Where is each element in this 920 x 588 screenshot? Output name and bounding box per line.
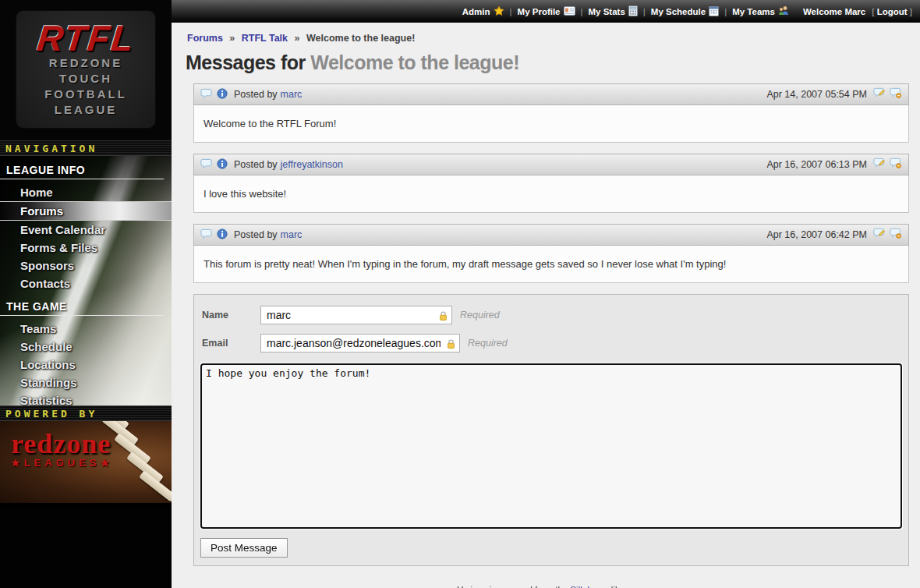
comment-edit-icon[interactable] [873,87,886,101]
welcome-user-label: Welcome Marc [803,7,865,16]
breadcrumb-forums-link[interactable]: Forums [187,33,223,44]
comment-delete-icon[interactable] [890,158,902,172]
comment-delete-icon[interactable] [890,228,902,242]
message-header-right: Apr 14, 2007 05:54 PM [766,87,902,101]
comment-icon[interactable] [200,88,212,101]
message-header-right: Apr 16, 2007 06:42 PM [766,228,902,242]
logo-line: LEAGUE [44,102,127,118]
page-title: Messages for Welcome to the league! [186,48,909,83]
main-area: Admin | My Profile | My Stats | My Sched… [172,0,920,588]
message-body: This forum is pretty neat! When I'm typi… [193,246,909,283]
post-message-button[interactable]: Post Message [200,538,288,558]
rtfl-logo-lines: REDZONE TOUCH FOOTBALL LEAGUE [44,55,127,118]
sidebar-item-standings[interactable]: Standings [0,374,172,391]
breadcrumb-separator: » [229,33,235,44]
author-link[interactable]: jeffreyatkinson [281,159,343,170]
email-input-wrap [260,334,460,352]
message-header: Posted by marc Apr 14, 2007 05:54 PM [193,83,909,105]
message-header: Posted by jeffreyatkinson Apr 16, 2007 0… [193,154,909,175]
name-row: Name Required [200,306,902,324]
logout-link[interactable]: Logout [877,7,908,16]
logo-line: FOOTBALL [44,87,127,102]
redzone-leagues-label: ★LEAGUES★ [11,457,172,469]
comment-icon[interactable] [200,228,212,242]
message-header: Posted by marc Apr 16, 2007 06:42 PM [193,224,909,246]
rtfl-logo-acronym: RTFL [35,21,136,55]
email-label: Email [200,338,260,349]
breadcrumb-current: Welcome to the league! [306,33,415,44]
logo-line: TOUCH [44,71,127,87]
message-body: Welcome to the RTFL Forum! [193,105,909,143]
topbar-my-profile-link[interactable]: My Profile [518,6,575,17]
breadcrumb-separator: » [295,33,300,44]
name-label: Name [200,310,260,321]
topbar-separator: | [510,7,512,16]
topbar-separator: | [724,7,727,16]
logo-panel: RTFL REDZONE TOUCH FOOTBALL LEAGUE [0,0,172,140]
redzone-wordmark: redzone [11,430,172,457]
info-icon[interactable] [217,158,228,172]
info-icon[interactable] [217,88,228,101]
the-game-list: Teams Schedule Locations Standings Stati… [0,316,172,406]
post-message-form: Name Required Email Required [193,294,909,566]
footer-icons-credit: Various icons used from the Silk Icons l… [186,582,909,588]
navigation-header: NAVIGATION [0,140,172,156]
email-row: Email Required [200,334,902,352]
silk-icons-link[interactable]: Silk Icons [570,585,608,588]
submit-row: Post Message [200,538,902,558]
forum-message: Posted by marc Apr 14, 2007 05:54 PM Wel… [193,83,909,143]
breadcrumb: Forums » RTFL Talk » Welcome to the leag… [186,30,909,48]
forum-message: Posted by jeffreyatkinson Apr 16, 2007 0… [193,154,909,213]
comment-edit-icon[interactable] [873,228,886,242]
name-input[interactable] [260,306,452,324]
sidebar-item-forums[interactable]: Forums [0,201,172,221]
logout-bracket: [ [872,7,874,16]
topbar-separator: | [643,7,646,16]
content: Forums » RTFL Talk » Welcome to the leag… [172,23,920,588]
page-title-topic: Welcome to the league! [310,51,519,73]
sidebar-item-statistics[interactable]: Statistics [0,391,172,406]
required-label: Required [468,338,508,349]
sidebar-item-teams[interactable]: Teams [0,320,172,338]
sidebar-item-home[interactable]: Home [0,183,172,201]
name-input-wrap [260,306,452,324]
message-header-icons [200,228,228,242]
calculator-icon [628,5,638,18]
posted-by-label: Posted by [234,229,278,240]
message-body: I love this website! [193,175,909,213]
message-header-right: Apr 16, 2007 06:13 PM [766,158,902,172]
logout-wrap: [ Logout ] [872,7,912,16]
league-info-section: LEAGUE INFO Home Forums Event Calendar F… [0,156,172,292]
redzone-leagues-logo[interactable]: redzone ★LEAGUES★ [0,421,172,503]
info-icon[interactable] [217,228,228,242]
author-link[interactable]: marc [281,89,303,100]
message-header-icons [200,88,228,101]
message-header-icons [200,158,228,172]
email-input[interactable] [260,334,460,352]
posted-by-label: Posted by [234,159,278,170]
topbar-my-teams-link[interactable]: My Teams [732,5,789,17]
footer-text: Various icons used from the [458,585,571,588]
topbar-my-schedule-link[interactable]: My Schedule [651,5,719,18]
breadcrumb-rtfl-talk-link[interactable]: RTFL Talk [242,33,288,44]
sidebar-bottom-fill [0,507,172,588]
the-game-title: THE GAME [0,292,164,316]
sidebar-item-contacts[interactable]: Contacts [0,275,172,292]
sidebar-item-forms-files[interactable]: Forms & Files [0,239,172,257]
comment-delete-icon[interactable] [890,87,902,101]
sidebar-item-schedule[interactable]: Schedule [0,338,172,356]
topbar-my-stats-link[interactable]: My Stats [589,5,638,18]
topbar: Admin | My Profile | My Stats | My Sched… [172,0,920,23]
page-title-prefix: Messages for [186,51,310,73]
sidebar-item-locations[interactable]: Locations [0,356,172,374]
league-info-title: LEAGUE INFO [0,156,164,179]
comment-edit-icon[interactable] [873,158,886,172]
sidebar-item-sponsors[interactable]: Sponsors [0,257,172,275]
sidebar-item-event-calendar[interactable]: Event Calendar [0,221,172,239]
topbar-admin-link[interactable]: Admin [462,5,504,18]
message-textarea[interactable] [200,363,902,529]
comment-icon[interactable] [200,158,212,172]
league-info-list: Home Forums Event Calendar Forms & Files… [0,179,172,292]
powered-by-header: POWERED BY [0,406,172,421]
author-link[interactable]: marc [281,229,303,240]
